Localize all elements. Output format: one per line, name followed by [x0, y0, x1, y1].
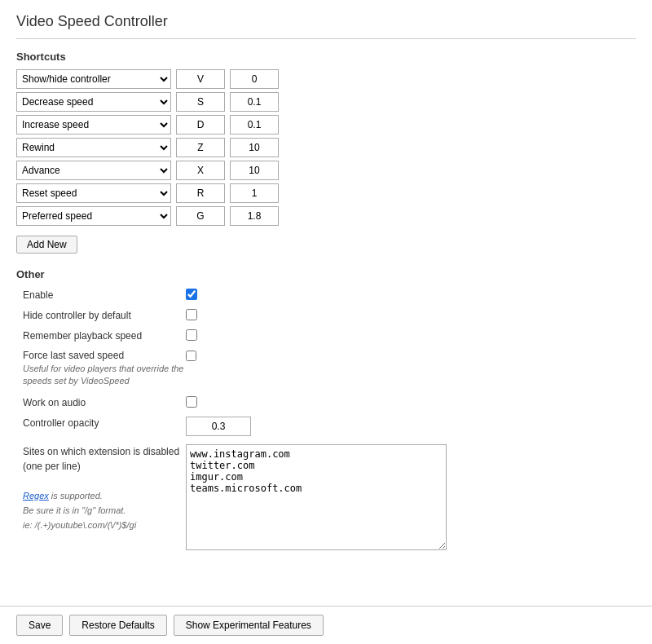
shortcut-key-advance[interactable]	[176, 161, 225, 180]
opacity-input[interactable]	[186, 417, 251, 436]
show-experimental-button[interactable]: Show Experimental Features	[174, 615, 324, 636]
shortcut-key-increase-speed[interactable]	[176, 115, 225, 135]
shortcut-value-show-hide[interactable]	[230, 69, 279, 89]
shortcut-value-decrease-speed[interactable]	[230, 92, 279, 112]
shortcut-row-advance: Show/hide controllerDecrease speedIncrea…	[16, 161, 636, 180]
shortcut-row-show-hide: Show/hide controllerDecrease speedIncrea…	[16, 69, 636, 89]
remember-playback-row: Remember playback speed	[16, 328, 636, 343]
sites-textarea[interactable]: www.instagram.com twitter.com imgur.com …	[186, 444, 447, 550]
work-audio-label: Work on audio	[23, 396, 186, 408]
shortcut-row-increase-speed: Show/hide controllerDecrease speedIncrea…	[16, 115, 636, 135]
shortcut-row-decrease-speed: Show/hide controllerDecrease speedIncrea…	[16, 92, 636, 112]
shortcut-action-preferred-speed[interactable]: Show/hide controllerDecrease speedIncrea…	[16, 206, 171, 226]
save-button[interactable]: Save	[16, 615, 63, 636]
shortcut-row-reset-speed: Show/hide controllerDecrease speedIncrea…	[16, 183, 636, 203]
shortcut-key-decrease-speed[interactable]	[176, 92, 225, 112]
shortcut-value-reset-speed[interactable]	[230, 183, 279, 203]
opacity-row: Controller opacity	[16, 415, 636, 438]
shortcut-action-advance[interactable]: Show/hide controllerDecrease speedIncrea…	[16, 161, 171, 180]
shortcut-action-rewind[interactable]: Show/hide controllerDecrease speedIncrea…	[16, 138, 171, 157]
hide-controller-label: Hide controller by default	[23, 309, 186, 321]
shortcut-key-preferred-speed[interactable]	[176, 206, 225, 226]
shortcut-key-show-hide[interactable]	[176, 69, 225, 89]
add-new-button[interactable]: Add New	[16, 236, 77, 254]
sites-label: Sites on which extension is disabled(one…	[23, 444, 186, 532]
remember-playback-checkbox[interactable]	[186, 329, 197, 341]
force-saved-desc: Useful for video players that override t…	[23, 363, 186, 388]
remember-playback-label: Remember playback speed	[23, 329, 186, 342]
work-audio-row: Work on audio	[16, 395, 636, 410]
shortcut-value-rewind[interactable]	[230, 138, 279, 157]
force-saved-checkbox[interactable]	[186, 351, 196, 361]
page-title: Video Speed Controller	[16, 13, 636, 30]
shortcut-action-show-hide[interactable]: Show/hide controllerDecrease speedIncrea…	[16, 69, 171, 89]
shortcut-action-increase-speed[interactable]: Show/hide controllerDecrease speedIncrea…	[16, 115, 171, 135]
other-section-title: Other	[16, 268, 636, 280]
enable-row: Enable	[16, 287, 636, 302]
shortcut-action-reset-speed[interactable]: Show/hide controllerDecrease speedIncrea…	[16, 183, 171, 203]
shortcut-key-rewind[interactable]	[176, 138, 225, 157]
shortcuts-section-title: Shortcuts	[16, 51, 636, 63]
force-saved-row: Force last saved speed Useful for video …	[16, 348, 636, 390]
hide-controller-checkbox[interactable]	[186, 309, 197, 320]
restore-defaults-button[interactable]: Restore Defaults	[69, 615, 166, 636]
sites-row: Sites on which extension is disabled(one…	[16, 443, 636, 554]
shortcut-row-rewind: Show/hide controllerDecrease speedIncrea…	[16, 138, 636, 157]
shortcut-row-preferred-speed: Show/hide controllerDecrease speedIncrea…	[16, 206, 636, 226]
work-audio-checkbox[interactable]	[186, 396, 197, 408]
shortcut-value-increase-speed[interactable]	[230, 115, 279, 135]
regex-note: Regex is supported. Be sure it is in "/g…	[23, 491, 136, 530]
shortcut-action-decrease-speed[interactable]: Show/hide controllerDecrease speedIncrea…	[16, 92, 171, 112]
hide-controller-row: Hide controller by default	[16, 307, 636, 323]
enable-label: Enable	[23, 289, 186, 301]
enable-checkbox[interactable]	[186, 289, 197, 300]
shortcut-rows-container: Show/hide controllerDecrease speedIncrea…	[16, 69, 636, 226]
opacity-label: Controller opacity	[23, 417, 186, 429]
shortcut-value-preferred-speed[interactable]	[230, 206, 279, 226]
footer-buttons: Save Restore Defaults Show Experimental …	[0, 606, 652, 644]
shortcut-key-reset-speed[interactable]	[176, 183, 225, 203]
regex-link[interactable]: Regex	[23, 491, 49, 501]
force-saved-label: Force last saved speed	[23, 350, 186, 361]
shortcut-value-advance[interactable]	[230, 161, 279, 180]
